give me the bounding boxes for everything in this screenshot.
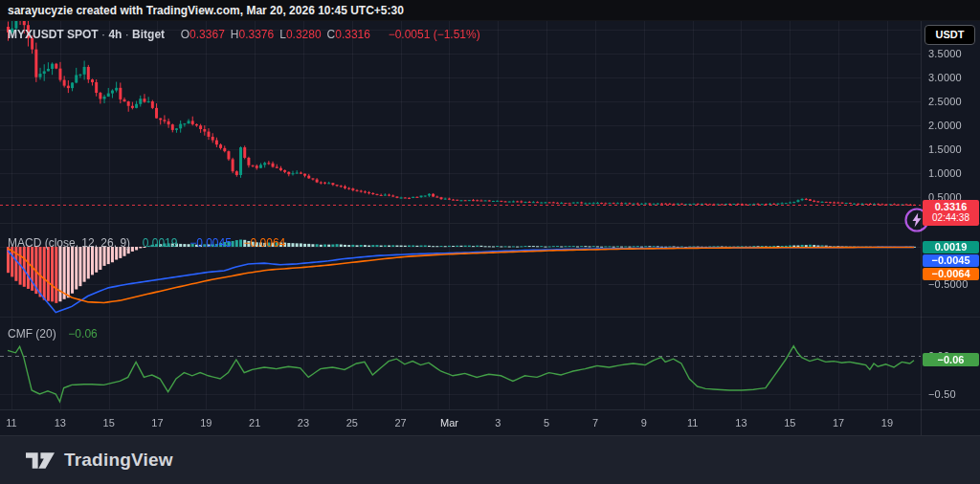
- macd-hist-value: 0.0019: [143, 236, 178, 250]
- time-axis[interactable]: 111315171921232527Mar35791113151719: [0, 409, 921, 435]
- time-tick-label: 17: [151, 417, 163, 429]
- cmf-title[interactable]: CMF (20): [8, 327, 56, 341]
- axis-tick-label: 3.5000: [928, 48, 962, 59]
- time-tick-label: 25: [346, 417, 358, 429]
- tradingview-logo-icon[interactable]: [26, 451, 55, 471]
- macd-signal-value: −0.0064: [244, 236, 286, 250]
- footer: TradingView: [0, 435, 980, 484]
- axis-tick-label: 2.0000: [928, 120, 962, 131]
- axis-tick-label: −0.50: [928, 388, 956, 400]
- time-tick-label: Mar: [440, 417, 458, 429]
- time-tick-label: 13: [55, 417, 66, 429]
- macd-line-badge: −0.0045: [923, 254, 979, 267]
- axis-tick-label: 1.5000: [928, 143, 962, 155]
- attribution-bar: sarayucyzie created with TradingView.com…: [0, 0, 980, 21]
- ohlc-key: C: [327, 28, 336, 41]
- macd-legend: MACD (close, 12, 26, 9) 0.0019 −0.0045 −…: [8, 236, 285, 250]
- ohlc-key: L: [279, 28, 286, 41]
- price-change: −0.0051 (−1.51%): [389, 28, 480, 41]
- symbol-title[interactable]: MYXUSDT SPOT: [8, 28, 99, 41]
- macd-hist-badge: 0.0019: [923, 241, 979, 253]
- time-tick-label: 19: [881, 417, 893, 429]
- bar-countdown: 02:44:38: [923, 212, 979, 223]
- time-tick-label: 3: [495, 417, 501, 429]
- time-tick-label: 17: [833, 417, 844, 429]
- axis-tick-label: 1.0000: [928, 167, 962, 179]
- legend-separator: ·: [101, 28, 105, 41]
- last-price-value: 0.3316: [923, 201, 979, 212]
- ohlc-value: 0.3316: [335, 28, 370, 41]
- pane-separator-macd[interactable]: [0, 223, 980, 224]
- macd-line-value: −0.0045: [189, 236, 232, 250]
- time-tick-label: 5: [544, 417, 549, 429]
- macd-title[interactable]: MACD (close, 12, 26, 9): [8, 236, 130, 250]
- price-chart-canvas[interactable]: [0, 21, 921, 435]
- pane-separator-cmf[interactable]: [0, 317, 980, 318]
- time-tick-label: 15: [784, 417, 795, 429]
- time-tick-label: 19: [200, 417, 212, 429]
- tradingview-brand[interactable]: TradingView: [64, 450, 173, 471]
- time-tick-label: 27: [395, 417, 407, 429]
- time-tick-label: 21: [249, 417, 260, 429]
- time-tick-label: 13: [735, 417, 746, 429]
- symbol-legend: MYXUSDT SPOT · 4h · Bitget O0.3367H0.337…: [8, 28, 480, 41]
- symbol-interval[interactable]: 4h: [108, 28, 122, 41]
- time-tick-label: 11: [687, 417, 698, 429]
- legend-separator: ·: [125, 28, 129, 41]
- time-tick-label: 15: [103, 417, 115, 429]
- ohlc-key: O: [181, 28, 189, 41]
- cmf-badge: −0.06: [923, 353, 979, 366]
- axis-tick-label: 2.5000: [928, 96, 962, 107]
- time-tick-label: 23: [298, 417, 309, 429]
- currency-button[interactable]: USDT: [924, 25, 975, 45]
- tradingview-snapshot: { "header": { "attribution": "sarayucyzi…: [0, 0, 980, 484]
- axis-tick-label: 3.0000: [928, 72, 962, 83]
- time-tick-label: 7: [592, 417, 598, 429]
- cmf-legend: CMF (20) −0.06: [8, 327, 98, 341]
- time-tick-label: 11: [6, 417, 16, 429]
- attribution-text: sarayucyzie created with TradingView.com…: [8, 4, 404, 17]
- cmf-value: −0.06: [68, 327, 97, 341]
- symbol-exchange[interactable]: Bitget: [132, 28, 165, 41]
- ohlc-value: 0.3280: [286, 28, 322, 41]
- macd-signal-badge: −0.0064: [923, 268, 979, 280]
- price-axis[interactable]: USDT 3.50003.00002.50002.00001.50001.000…: [921, 21, 980, 435]
- ohlc-value: 0.3376: [238, 28, 274, 41]
- ohlc-values: O0.3367H0.3376L0.3280C0.3316: [181, 28, 376, 41]
- time-tick-label: 9: [641, 417, 647, 429]
- last-price-badge: 0.3316 02:44:38: [923, 200, 979, 226]
- ohlc-value: 0.3367: [189, 28, 225, 41]
